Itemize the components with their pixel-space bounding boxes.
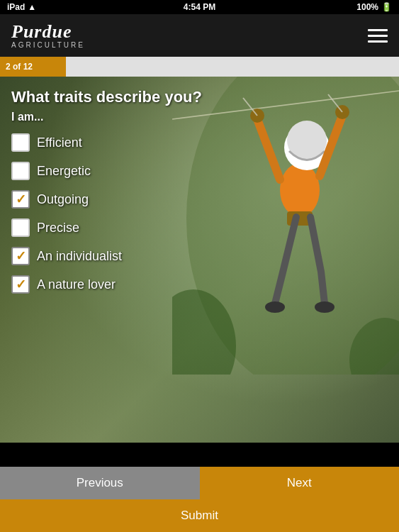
hamburger-line-2 (368, 35, 388, 37)
battery-icon: 🔋 (381, 2, 392, 12)
checkbox-outgoing[interactable]: ✓ (11, 190, 30, 209)
status-time: 4:54 PM (184, 2, 215, 12)
logo-area: Purdue Agriculture (11, 23, 85, 49)
checkbox-label-nature-lover: A nature lover (37, 277, 116, 292)
checkbox-item-precise[interactable]: Precise (11, 218, 388, 237)
progress-container: 2 of 12 (0, 57, 399, 77)
checkbox-energetic[interactable] (11, 162, 30, 180)
checkbox-label-energetic: Energetic (37, 164, 91, 179)
hamburger-menu-button[interactable] (368, 29, 388, 43)
checkbox-label-efficient: Efficient (37, 135, 82, 150)
checkbox-item-efficient[interactable]: Efficient (11, 133, 388, 152)
checkbox-item-nature-lover[interactable]: ✓ A nature lover (11, 275, 388, 294)
status-right: 100% 🔋 (356, 2, 392, 12)
wifi-icon: ▲ (28, 2, 36, 12)
checkbox-efficient[interactable] (11, 133, 30, 152)
battery-label: 100% (356, 2, 378, 12)
checkbox-individualist[interactable]: ✓ (11, 247, 30, 265)
checkbox-label-individualist: An individualist (37, 249, 122, 264)
checkmark-outgoing: ✓ (16, 193, 26, 206)
nav-buttons: Previous Next (0, 467, 399, 499)
checkbox-precise[interactable] (11, 218, 30, 237)
hamburger-line-1 (368, 29, 388, 31)
checkbox-nature-lover[interactable]: ✓ (11, 275, 30, 294)
next-button[interactable]: Next (200, 467, 400, 499)
logo-agriculture: Agriculture (11, 41, 85, 49)
checkbox-label-precise: Precise (37, 221, 79, 235)
question-title: What traits describe you? (11, 88, 388, 106)
logo-purdue: Purdue (11, 23, 72, 41)
progress-bar: 2 of 12 (0, 57, 66, 77)
checkbox-item-energetic[interactable]: Energetic (11, 162, 388, 180)
status-left: iPad ▲ (7, 2, 36, 12)
hamburger-line-3 (368, 40, 388, 43)
checkbox-label-outgoing: Outgoing (37, 192, 89, 207)
content-overlay: What traits describe you? I am... Effici… (0, 77, 399, 443)
previous-button[interactable]: Previous (0, 467, 200, 499)
question-subtitle: I am... (11, 111, 388, 123)
checkmark-nature-lover: ✓ (16, 278, 26, 291)
status-bar: iPad ▲ 4:54 PM 100% 🔋 (0, 0, 399, 14)
progress-label: 2 of 12 (6, 62, 33, 72)
checkmark-individualist: ✓ (16, 250, 26, 262)
main-content: What traits describe you? I am... Effici… (0, 77, 399, 443)
header: Purdue Agriculture (0, 14, 399, 57)
checkbox-item-outgoing[interactable]: ✓ Outgoing (11, 190, 388, 209)
checkbox-item-individualist[interactable]: ✓ An individualist (11, 247, 388, 265)
checkbox-list: Efficient Energetic ✓ Outgoing Precise (11, 133, 388, 294)
submit-button[interactable]: Submit (0, 499, 399, 532)
device-name: iPad (7, 2, 25, 12)
